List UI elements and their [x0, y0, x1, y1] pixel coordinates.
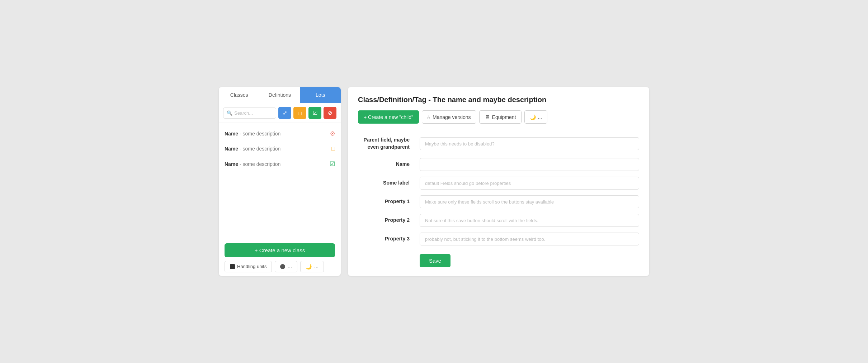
square-icon [230, 264, 235, 269]
moon-ellipsis-button[interactable]: 🌙 … [300, 261, 324, 272]
item-icon-2: ☑ [330, 160, 335, 168]
name-input[interactable] [420, 158, 639, 171]
some-label-field-wrap [415, 174, 639, 192]
property1-input[interactable] [420, 195, 639, 208]
search-toolbar: 🔍 ⤢ □ ☑ ⊘ [219, 103, 341, 123]
left-panel: Classes Defintions Lots 🔍 ⤢ □ ☑ ⊘ Name -… [219, 87, 341, 276]
moon-icon: 🌙 [306, 264, 312, 269]
property2-input[interactable] [420, 214, 639, 227]
more-button[interactable]: 🌙 ... [524, 110, 548, 124]
form: Parent field, maybe even grandparent Nam… [358, 132, 639, 248]
item-list: Name - some description ⊘ Name - some de… [219, 123, 341, 238]
save-button[interactable]: Save [420, 254, 450, 267]
toolbar-square-button[interactable]: □ [293, 107, 306, 119]
parent-field-label: Parent field, maybe even grandparent [358, 132, 415, 155]
list-item[interactable]: Name - some description ⊘ [219, 126, 341, 141]
name-field-wrap [415, 155, 639, 174]
name-label: Name [358, 155, 415, 174]
page-title: Class/Definition/Tag - The name and mayb… [358, 96, 639, 104]
property3-label: Property 3 [358, 230, 415, 248]
footer-buttons: Handling units … 🌙 … [225, 261, 335, 272]
tab-lots[interactable]: Lots [300, 87, 341, 103]
property2-label: Property 2 [358, 211, 415, 230]
some-label-label: Some label [358, 174, 415, 192]
circle-icon [280, 264, 285, 269]
parent-field-input[interactable] [420, 137, 639, 150]
property2-field-wrap [415, 211, 639, 230]
tab-classes[interactable]: Classes [219, 87, 259, 103]
left-panel-footer: + Create a new class Handling units … 🌙 … [219, 238, 341, 276]
list-item[interactable]: Name - some description □ [219, 141, 341, 156]
tab-definitions[interactable]: Defintions [259, 87, 300, 103]
toolbar-check-button[interactable]: ☑ [308, 107, 321, 119]
item-icon-1: □ [331, 145, 335, 152]
toolbar-block-button[interactable]: ⊘ [324, 107, 336, 119]
equipment-button[interactable]: 🖥 Equipment [479, 110, 522, 124]
create-child-button[interactable]: + Create a new "child" [358, 110, 419, 124]
app-container: Classes Defintions Lots 🔍 ⤢ □ ☑ ⊘ Name -… [219, 87, 649, 276]
item-icon-0: ⊘ [330, 130, 335, 137]
list-item[interactable]: Name - some description ☑ [219, 156, 341, 172]
search-input-wrap: 🔍 [223, 108, 276, 119]
monitor-icon: 🖥 [485, 114, 490, 120]
search-icon: 🔍 [227, 110, 232, 116]
parent-field-wrap [415, 132, 639, 155]
create-new-class-button[interactable]: + Create a new class [225, 243, 335, 257]
moon-more-icon: 🌙 [530, 114, 536, 120]
right-panel: Class/Definition/Tag - The name and mayb… [348, 87, 649, 276]
property3-field-wrap [415, 230, 639, 248]
toolbar-expand-button[interactable]: ⤢ [278, 107, 291, 119]
property3-input[interactable] [420, 233, 639, 245]
handling-units-button[interactable]: Handling units [225, 261, 272, 272]
tab-bar: Classes Defintions Lots [219, 87, 341, 103]
manage-versions-button[interactable]: ⑃ Manage versions [422, 110, 476, 124]
action-bar: + Create a new "child" ⑃ Manage versions… [358, 110, 639, 124]
fork-icon: ⑃ [427, 114, 430, 120]
circle-ellipsis-button[interactable]: … [275, 261, 297, 272]
some-label-input[interactable] [420, 177, 639, 190]
property1-label: Property 1 [358, 192, 415, 211]
property1-field-wrap [415, 192, 639, 211]
